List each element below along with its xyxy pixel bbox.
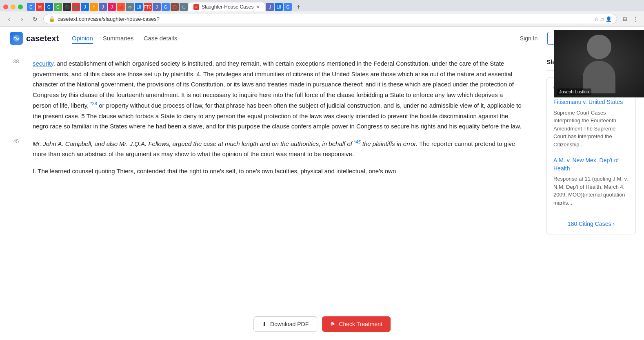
line-number-38: 38 [13, 58, 19, 64]
cast-icon[interactable]: ▱ [600, 16, 604, 22]
paragraph-block-1: 38 security, and establishment of which … [33, 58, 522, 132]
tab-icon-4[interactable]: G [54, 3, 62, 11]
webcam-bg [554, 30, 644, 97]
lock-icon: 🔒 [49, 16, 55, 22]
tab-icon-g2[interactable]: G [284, 3, 292, 11]
tab-icon-6[interactable]: 🎮 [72, 3, 80, 11]
tab-icon-10[interactable]: J [108, 3, 116, 11]
logo: casetext [10, 32, 59, 45]
logo-text: casetext [26, 34, 59, 43]
tab-icon-3[interactable]: G [45, 3, 53, 11]
top-nav: casetext Opinion Summaries Case details … [0, 27, 644, 50]
tab-icon-1[interactable]: G [27, 3, 35, 11]
tab-icon-8[interactable]: Y [90, 3, 98, 11]
page-ref-38: *38 [90, 101, 97, 106]
citing-case-item-2: A.M. v. New Mex. Dep't of Health Respons… [553, 157, 629, 207]
close-tab-icon[interactable]: ✕ [256, 4, 260, 10]
minimize-button[interactable] [11, 4, 16, 9]
webcam-head [587, 35, 611, 59]
line-number-45: 45 [13, 138, 19, 144]
tab-icon-lii2[interactable]: LII [275, 3, 283, 11]
logo-icon [10, 32, 23, 45]
tab-bar: G M G G ⚫ 🎮 J Y J J 🔴 ⚙ LII FTC J G ⭕ ⬡ … [0, 0, 644, 11]
tab-icon-11[interactable]: 🔴 [117, 3, 125, 11]
tab-icon-9[interactable]: J [99, 3, 107, 11]
tab-icon-j2[interactable]: J [266, 3, 274, 11]
webcam-overlay: Joseph Lustica [554, 30, 644, 97]
tab-icon-17[interactable]: ⭕ [171, 3, 179, 11]
webcam-person [583, 35, 615, 93]
address-bar-row: ‹ › ↻ 🔒 casetext.com/case/slaughter-hous… [0, 11, 644, 26]
profile-icon[interactable]: 👤 [606, 16, 612, 22]
nav-opinion[interactable]: Opinion [72, 33, 93, 44]
tab-icon-7[interactable]: J [81, 3, 89, 11]
nav-summaries[interactable]: Summaries [103, 33, 134, 44]
tab-icon-13[interactable]: LII [135, 3, 143, 11]
tab-icons-row: G M G G ⚫ 🎮 J Y J J 🔴 ⚙ LII FTC J G ⭕ ⬡ … [27, 2, 641, 11]
page-wrapper: casetext Opinion Summaries Case details … [0, 27, 644, 337]
citing-case-desc-2: Response at 11 (quoting J.M. v. N.M. Dep… [553, 176, 628, 206]
highlighted-text[interactable]: security [33, 60, 53, 67]
tab-icon-12[interactable]: ⚙ [126, 3, 134, 11]
citing-case-link-1[interactable]: Fitisemanu v. United States [553, 98, 629, 106]
url-text: casetext.com/case/slaughter-house-cases? [58, 16, 592, 22]
close-button[interactable] [3, 4, 8, 9]
sign-in-button[interactable]: Sign In [515, 33, 543, 44]
chrome-menu-icon[interactable]: ⋮ [631, 15, 640, 24]
extensions-icon[interactable]: ⊞ [620, 15, 629, 24]
tab-icon-5[interactable]: ⚫ [63, 3, 71, 11]
nav-links: Opinion Summaries Case details [72, 33, 515, 44]
citing-cases-footer: 180 Citing Cases › [553, 215, 629, 227]
main-content: 38 security, and establishment of which … [0, 50, 538, 337]
download-pdf-button[interactable]: ⬇ Download PDF [253, 316, 317, 332]
webcam-label: Joseph Lustica [557, 88, 591, 95]
tab-icon-18[interactable]: ⬡ [180, 3, 188, 11]
paragraph-text-1: security, and establishment of which org… [33, 58, 522, 132]
tab-icon-2[interactable]: M [36, 3, 44, 11]
traffic-lights [3, 4, 23, 9]
paragraph-block-2: 45 Mr. John A. Campbell, and also Mr. J.… [33, 138, 522, 159]
new-tab-button[interactable]: + [294, 3, 302, 11]
maximize-button[interactable] [18, 4, 23, 9]
bottom-toolbar: ⬇ Download PDF ⚑ Check Treatment [253, 316, 391, 332]
active-tab-favicon: J [193, 4, 199, 10]
citing-case-item-1: Fitisemanu v. United States Supreme Cour… [553, 98, 629, 148]
tab-icon-16[interactable]: G [162, 3, 170, 11]
check-treatment-button[interactable]: ⚑ Check Treatment [322, 316, 391, 332]
address-icons: ☆ ▱ 👤 [594, 16, 612, 22]
bookmark-star-icon[interactable]: ☆ [594, 16, 599, 22]
tab-icon-14[interactable]: FTC [144, 3, 152, 11]
paragraph-block-3: I. The learned counsel quoting Thiers, c… [33, 166, 522, 177]
browser-chrome: G M G G ⚫ 🎮 J Y J J 🔴 ⚙ LII FTC J G ⭕ ⬡ … [0, 0, 644, 27]
reload-button[interactable]: ↻ [30, 14, 40, 24]
active-tab[interactable]: J Slaughter-House Cases ✕ [189, 2, 265, 11]
address-bar[interactable]: 🔒 casetext.com/case/slaughter-house-case… [43, 14, 617, 24]
download-icon: ⬇ [262, 321, 267, 327]
citing-cases-box: Citing Cases Fitisemanu v. United States… [546, 77, 636, 234]
back-button[interactable]: ‹ [4, 14, 14, 24]
browser-action-icons: ⊞ ⋮ [620, 15, 640, 24]
italic-text: Mr. John A. Campbell, and also Mr. J.Q.A… [33, 140, 417, 147]
citing-case-link-2[interactable]: A.M. v. New Mex. Dep't of Health [553, 157, 629, 172]
citing-case-desc-1: Supreme Court Cases Interpreting the Fou… [553, 110, 616, 148]
citing-cases-count-link[interactable]: 180 Citing Cases › [568, 221, 615, 227]
paragraph-text-3: I. The learned counsel quoting Thiers, c… [33, 166, 522, 177]
forward-button[interactable]: › [17, 14, 27, 24]
page-ref-45: *45 [354, 139, 361, 144]
chevron-right-icon: › [613, 221, 615, 227]
nav-case-details[interactable]: Case details [144, 33, 178, 44]
tab-icon-15[interactable]: J [153, 3, 161, 11]
paragraph-text-2: Mr. John A. Campbell, and also Mr. J.Q.A… [33, 138, 522, 159]
active-tab-title: Slaughter-House Cases [202, 4, 253, 10]
check-treatment-icon: ⚑ [330, 321, 335, 327]
content-area: 38 security, and establishment of which … [0, 50, 644, 337]
